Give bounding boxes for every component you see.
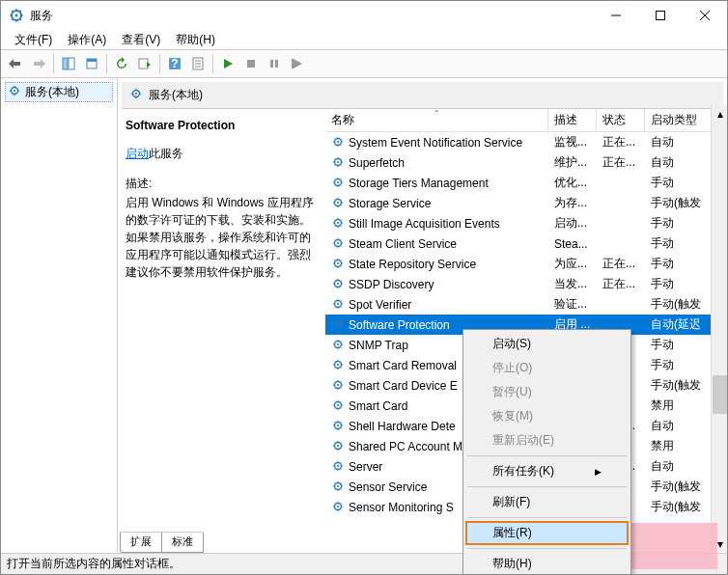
menu-help[interactable]: 帮助(H) xyxy=(168,30,223,50)
start-service-link[interactable]: 启动 xyxy=(126,147,149,160)
service-status-cell: 正在... xyxy=(597,276,645,292)
svg-point-48 xyxy=(337,424,339,425)
service-icon xyxy=(331,135,347,151)
vertical-scrollbar[interactable]: ▴ ▾ xyxy=(711,105,727,552)
context-restart: 重新启动(E) xyxy=(465,428,629,452)
svg-point-1 xyxy=(15,14,18,17)
tab-standard[interactable]: 标准 xyxy=(161,533,204,553)
context-all-tasks[interactable]: 所有任务(K)▶ xyxy=(465,459,629,483)
tree-root-item[interactable]: 服务(本地) xyxy=(5,82,113,102)
service-name-cell: Smart Card xyxy=(349,399,407,413)
service-name-cell: Shared PC Account M xyxy=(349,440,462,453)
refresh-button[interactable] xyxy=(111,53,132,74)
service-row[interactable]: Steam Client ServiceStea...手动 xyxy=(325,233,727,254)
svg-rect-3 xyxy=(63,58,68,69)
tab-extended[interactable]: 扩展 xyxy=(120,533,162,553)
start-service-button[interactable] xyxy=(217,53,238,74)
service-row[interactable]: Spot Verifier验证...手动(触发 xyxy=(325,294,727,315)
svg-point-56 xyxy=(337,505,339,507)
service-row[interactable]: System Event Notification Service监视...正在… xyxy=(325,132,727,152)
service-name-cell: Spot Verifier xyxy=(349,298,411,312)
statusbar-text: 打开当前所选内容的属性对话框。 xyxy=(7,556,181,572)
detail-header: 服务(本地) xyxy=(122,82,723,109)
pause-service-button[interactable] xyxy=(264,53,285,74)
toolbar: ? xyxy=(1,49,727,78)
start-service-line: 启动此服务 xyxy=(126,146,318,162)
show-hide-tree-button[interactable] xyxy=(58,53,79,74)
forward-button[interactable] xyxy=(28,53,49,74)
column-status[interactable]: 状态 xyxy=(597,109,645,132)
minimize-button[interactable] xyxy=(594,1,638,30)
service-icon xyxy=(331,358,347,373)
service-row[interactable]: Still Image Acquisition Events启动...手动 xyxy=(325,213,727,233)
view-tabs: 扩展 标准 xyxy=(120,532,203,553)
titlebar: 服务 xyxy=(1,1,727,30)
column-desc[interactable]: 描述 xyxy=(548,109,597,132)
service-row[interactable]: State Repository Service为应...正在...手动 xyxy=(325,254,727,274)
stop-service-button[interactable] xyxy=(240,53,262,74)
context-start[interactable]: 启动(S) xyxy=(465,332,629,356)
svg-rect-2 xyxy=(657,12,665,20)
service-desc-cell: 为存... xyxy=(548,195,597,211)
svg-rect-6 xyxy=(87,59,97,62)
service-icon xyxy=(331,317,347,333)
scrollbar-thumb[interactable] xyxy=(713,375,727,414)
context-help[interactable]: 帮助(H) xyxy=(465,552,629,575)
service-name-cell: Storage Tiers Management xyxy=(349,177,489,190)
start-service-suffix: 此服务 xyxy=(149,147,183,160)
svg-point-34 xyxy=(337,282,339,284)
sort-indicator-icon: ⌃ xyxy=(434,109,440,118)
context-refresh[interactable]: 刷新(F) xyxy=(465,490,629,514)
context-resume: 恢复(M) xyxy=(465,404,629,428)
service-name-cell: SSDP Discovery xyxy=(349,278,434,291)
service-icon xyxy=(331,155,347,171)
menu-action[interactable]: 操作(A) xyxy=(60,30,114,50)
service-desc-cell: Stea... xyxy=(548,237,597,251)
context-pause: 暂停(U) xyxy=(465,380,629,404)
svg-rect-7 xyxy=(139,59,148,68)
service-name-cell: Steam Client Service xyxy=(349,237,457,251)
service-name-cell: Sensor Service xyxy=(349,480,427,494)
service-status-cell: 正在... xyxy=(597,134,645,151)
description-label: 描述: xyxy=(126,176,318,192)
service-status-cell: 正在... xyxy=(597,154,645,171)
close-button[interactable] xyxy=(683,1,727,30)
service-row[interactable]: Storage Tiers Management优化...手动 xyxy=(325,173,727,193)
service-icon xyxy=(331,277,347,292)
svg-rect-14 xyxy=(292,59,294,68)
service-icon xyxy=(331,459,347,475)
service-name-cell: Storage Service xyxy=(349,197,431,210)
scroll-up-button[interactable]: ▴ xyxy=(712,105,728,122)
service-name-cell: Shell Hardware Dete xyxy=(349,420,456,433)
service-row[interactable]: Storage Service为存...手动(触发 xyxy=(325,193,727,213)
back-button[interactable] xyxy=(5,53,26,74)
service-icon xyxy=(331,419,347,434)
description-text: 启用 Windows 和 Windows 应用程序的数字许可证的下载、安装和实施… xyxy=(126,194,318,281)
service-name-cell: System Event Notification Service xyxy=(349,136,522,150)
services-icon xyxy=(129,87,143,103)
context-properties[interactable]: 属性(R) xyxy=(465,521,629,545)
service-status-cell: 正在... xyxy=(597,256,645,272)
service-row[interactable]: Superfetch维护...正在...自动 xyxy=(325,152,727,173)
service-row[interactable]: SSDP Discovery当发...正在...手动 xyxy=(325,274,727,294)
list-header: 名称 ⌃ 描述 状态 启动类型 xyxy=(325,109,727,132)
service-icon xyxy=(331,216,347,232)
service-desc-cell: 为应... xyxy=(548,256,597,272)
detail-panel: 服务(本地) Software Protection 启动此服务 描述: 启用 … xyxy=(118,78,727,552)
menu-view[interactable]: 查看(V) xyxy=(114,30,168,50)
service-name-cell: Server xyxy=(349,460,382,474)
service-icon xyxy=(331,196,347,211)
service-icon xyxy=(331,479,347,495)
svg-point-32 xyxy=(337,261,339,263)
svg-point-44 xyxy=(337,383,339,385)
properties-button[interactable] xyxy=(187,53,209,74)
svg-rect-11 xyxy=(247,60,255,68)
restart-service-button[interactable] xyxy=(287,53,308,74)
column-name[interactable]: 名称 ⌃ xyxy=(325,109,548,132)
export-button[interactable] xyxy=(81,53,102,74)
maximize-button[interactable] xyxy=(638,1,683,30)
menu-file[interactable]: 文件(F) xyxy=(7,30,60,50)
help-button[interactable]: ? xyxy=(164,53,185,74)
export-list-button[interactable] xyxy=(134,53,155,74)
service-icon xyxy=(331,338,347,353)
